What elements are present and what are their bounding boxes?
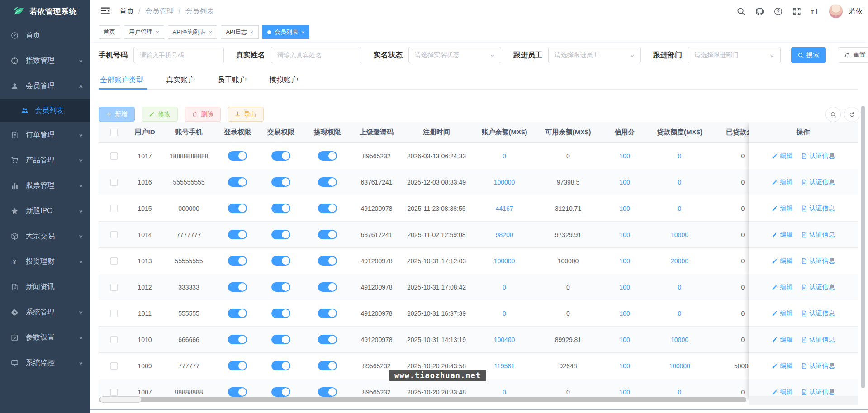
add-button[interactable]: 新增 xyxy=(99,107,135,122)
login-permission-toggle[interactable] xyxy=(228,309,247,318)
account-type-tab[interactable]: 真实账户 xyxy=(165,71,196,90)
sidebar-item[interactable]: 系统监控 ∨ xyxy=(0,350,90,375)
tag-view-chip[interactable]: API日志 × xyxy=(221,25,259,39)
trade-permission-toggle[interactable] xyxy=(271,387,290,397)
sidebar-subitem-member-list[interactable]: 会员列表 xyxy=(0,99,90,122)
sidebar-item[interactable]: 大宗交易 ∨ xyxy=(0,223,90,249)
edit-link[interactable]: 编辑 xyxy=(772,231,793,239)
balance-link[interactable]: 100000 xyxy=(494,257,515,265)
balance-link[interactable]: 100000 xyxy=(494,179,515,186)
withdraw-permission-toggle[interactable] xyxy=(318,151,337,161)
balance-link[interactable]: 44167 xyxy=(496,205,513,212)
tag-view-chip[interactable]: 首页 xyxy=(99,25,120,39)
sidebar-item[interactable]: 会员管理 ∧ 会员列表 xyxy=(0,73,90,122)
search-button[interactable]: 搜索 xyxy=(791,47,826,63)
sidebar-item[interactable]: 股票管理 ∨ xyxy=(0,173,90,198)
row-checkbox[interactable] xyxy=(110,231,118,238)
verify-info-link[interactable]: 认证信息 xyxy=(801,336,835,344)
withdraw-permission-toggle[interactable] xyxy=(318,282,337,292)
credit-score-link[interactable]: 100 xyxy=(619,284,630,291)
follow-staff-select[interactable]: 请选择跟进员工 ∨ xyxy=(548,47,641,63)
edit-button[interactable]: 修改 xyxy=(142,107,178,122)
login-permission-toggle[interactable] xyxy=(228,230,247,239)
loan-limit-link[interactable]: 0 xyxy=(678,179,682,186)
breadcrumb-member-mgmt[interactable]: 会员管理 xyxy=(145,7,174,16)
credit-score-link[interactable]: 100 xyxy=(619,336,630,343)
balance-link[interactable]: 119561 xyxy=(494,362,515,370)
sidebar-item[interactable]: 参数设置 ∨ xyxy=(0,325,90,350)
withdraw-permission-toggle[interactable] xyxy=(318,256,337,266)
verify-info-link[interactable]: 认证信息 xyxy=(801,309,835,318)
edit-link[interactable]: 编辑 xyxy=(772,336,793,344)
row-checkbox[interactable] xyxy=(110,310,118,317)
verify-status-select[interactable]: 请选择实名状态 ∨ xyxy=(408,47,501,63)
credit-score-link[interactable]: 100 xyxy=(619,310,630,317)
close-icon[interactable]: × xyxy=(156,29,159,36)
row-checkbox[interactable] xyxy=(110,389,118,396)
withdraw-permission-toggle[interactable] xyxy=(318,230,337,239)
trade-permission-toggle[interactable] xyxy=(271,177,290,187)
login-permission-toggle[interactable] xyxy=(228,387,247,397)
verify-info-link[interactable]: 认证信息 xyxy=(801,257,835,265)
delete-button[interactable]: 删除 xyxy=(185,107,221,122)
row-checkbox[interactable] xyxy=(110,362,118,370)
credit-score-link[interactable]: 100 xyxy=(619,362,630,370)
balance-link[interactable]: 100400 xyxy=(494,336,515,343)
edit-link[interactable]: 编辑 xyxy=(772,178,793,186)
select-all-checkbox[interactable] xyxy=(110,129,118,136)
verify-info-link[interactable]: 认证信息 xyxy=(801,152,835,160)
row-checkbox[interactable] xyxy=(110,257,118,265)
reset-button[interactable]: 重置 xyxy=(838,47,868,63)
credit-score-link[interactable]: 100 xyxy=(619,179,630,186)
account-type-tab[interactable]: 模拟账户 xyxy=(268,71,299,90)
sidebar-collapse-icon[interactable] xyxy=(100,6,110,16)
phone-input[interactable] xyxy=(133,47,224,63)
help-icon[interactable] xyxy=(773,7,783,16)
credit-score-link[interactable]: 100 xyxy=(619,231,630,238)
row-checkbox[interactable] xyxy=(110,284,118,291)
trade-permission-toggle[interactable] xyxy=(271,256,290,266)
login-permission-toggle[interactable] xyxy=(228,335,247,344)
edit-link[interactable]: 编辑 xyxy=(772,204,793,213)
trade-permission-toggle[interactable] xyxy=(271,230,290,239)
loan-limit-link[interactable]: 20000 xyxy=(671,257,688,265)
realname-input[interactable] xyxy=(271,47,361,63)
edit-link[interactable]: 编辑 xyxy=(772,388,793,396)
sidebar-item[interactable]: 订单管理 ∨ xyxy=(0,122,90,147)
row-checkbox[interactable] xyxy=(110,205,118,212)
credit-score-link[interactable]: 100 xyxy=(619,152,630,160)
sidebar-item[interactable]: 首页 xyxy=(0,23,90,48)
loan-limit-link[interactable]: 10000 xyxy=(671,336,688,343)
login-permission-toggle[interactable] xyxy=(228,177,247,187)
credit-score-link[interactable]: 100 xyxy=(619,257,630,265)
withdraw-permission-toggle[interactable] xyxy=(318,335,337,344)
balance-link[interactable]: 0 xyxy=(503,389,506,396)
row-checkbox[interactable] xyxy=(110,179,118,186)
account-type-tab[interactable]: 全部账户类型 xyxy=(99,71,145,90)
credit-score-link[interactable]: 100 xyxy=(619,205,630,212)
balance-link[interactable]: 0 xyxy=(503,284,506,291)
sidebar-item[interactable]: 系统管理 ∨ xyxy=(0,299,90,325)
login-permission-toggle[interactable] xyxy=(228,361,247,370)
balance-link[interactable]: 0 xyxy=(503,310,506,317)
follow-dept-select[interactable]: 请选择跟进部门 ∨ xyxy=(688,47,781,63)
horizontal-scrollbar-track[interactable] xyxy=(99,397,746,402)
verify-info-link[interactable]: 认证信息 xyxy=(801,283,835,291)
trade-permission-toggle[interactable] xyxy=(271,151,290,161)
show-search-button[interactable] xyxy=(825,107,841,122)
export-button[interactable]: 导出 xyxy=(228,107,264,122)
trade-permission-toggle[interactable] xyxy=(271,282,290,292)
withdraw-permission-toggle[interactable] xyxy=(318,309,337,318)
horizontal-scrollbar-thumb[interactable] xyxy=(100,396,142,403)
vertical-scrollbar[interactable] xyxy=(861,106,865,388)
close-icon[interactable]: × xyxy=(250,29,254,36)
login-permission-toggle[interactable] xyxy=(228,256,247,266)
tag-view-chip[interactable]: 用户管理 × xyxy=(124,25,164,39)
loan-limit-link[interactable]: 0 xyxy=(678,310,682,317)
account-type-tab[interactable]: 员工账户 xyxy=(216,71,248,90)
loan-limit-link[interactable]: 0 xyxy=(678,152,682,160)
edit-link[interactable]: 编辑 xyxy=(772,362,793,370)
verify-info-link[interactable]: 认证信息 xyxy=(801,178,835,186)
row-checkbox[interactable] xyxy=(110,336,118,343)
user-name[interactable]: 若依 xyxy=(849,7,863,16)
